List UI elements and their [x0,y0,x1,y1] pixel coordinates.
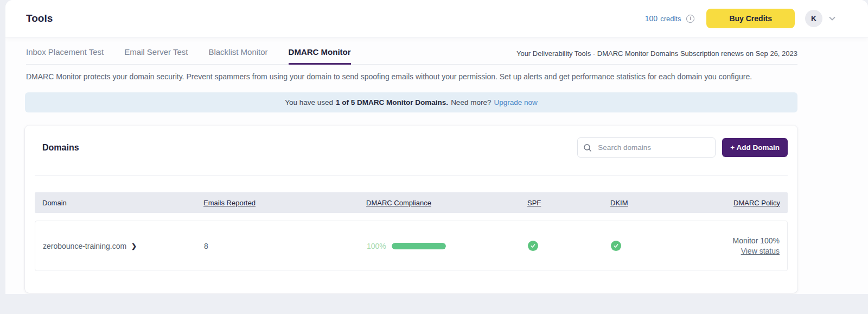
column-header-spf[interactable]: SPF [520,199,603,207]
tab-dmarc-monitor[interactable]: DMARC Monitor [289,47,351,65]
spf-cell [520,241,603,251]
credits-amount: 100 [645,14,658,23]
tabs: Inbox Placement Test Email Server Test B… [26,47,351,64]
dmarc-compliance-cell: 100% [359,242,520,250]
tab-inbox-placement-test[interactable]: Inbox Placement Test [26,47,104,65]
column-header-dmarc-policy[interactable]: DMARC Policy [719,199,788,207]
card-divider [35,175,788,176]
info-icon[interactable]: i [686,15,694,23]
subscription-note: Your Deliverability Tools - DMARC Monito… [516,49,797,64]
table-row: zerobounce-training.com ❯ 8 100% [35,221,788,271]
search-input[interactable] [597,143,710,152]
compliance-percentage: 100% [367,242,386,250]
buy-credits-button[interactable]: Buy Credits [706,9,795,28]
view-status-link[interactable]: View status [741,247,780,255]
usage-banner-prefix: You have used [285,98,333,106]
dkim-cell [603,241,720,251]
column-header-dmarc-compliance[interactable]: DMARC Compliance [359,199,520,207]
usage-banner: You have used 1 of 5 DMARC Monitor Domai… [25,92,797,112]
column-header-dkim[interactable]: DKIM [603,199,719,207]
tab-blacklist-monitor[interactable]: Blacklist Monitor [208,47,267,65]
tab-email-server-test[interactable]: Email Server Test [124,47,188,65]
top-bar: Tools 100 credits i Buy Credits K [5,0,868,37]
domains-title: Domains [42,143,79,153]
compliance-progress-bar [392,243,446,249]
spf-pass-check-icon [528,241,538,251]
column-header-emails-reported[interactable]: Emails Reported [196,199,359,207]
column-header-domain: Domain [35,199,196,207]
dkim-pass-check-icon [611,241,621,251]
compliance-progress-fill [392,243,446,249]
table-header-row: Domain Emails Reported DMARC Compliance … [35,192,788,213]
top-bar-right: 100 credits i Buy Credits K [645,9,837,28]
usage-banner-question: Need more? [451,98,491,106]
emails-reported-cell: 8 [196,242,359,250]
tab-bar: Inbox Placement Test Email Server Test B… [26,47,797,65]
chevron-right-icon: ❯ [131,242,137,250]
domains-card-actions: + Add Domain [577,137,788,158]
domains-card-header: Domains + Add Domain [25,125,797,158]
search-icon [583,143,592,152]
domain-cell[interactable]: zerobounce-training.com ❯ [35,242,196,250]
add-domain-button[interactable]: + Add Domain [722,138,788,157]
domains-card: Domains + Add Domain Domain Emails Repor… [25,125,797,293]
app-window: Tools 100 credits i Buy Credits K Inbox … [5,0,868,294]
tool-description: DMARC Monitor protects your domain secur… [26,72,797,81]
search-box[interactable] [577,137,716,158]
upgrade-now-link[interactable]: Upgrade now [494,98,537,106]
domain-name: zerobounce-training.com [43,242,126,250]
credits-label: credits [660,15,681,23]
credits-balance: 100 credits [645,14,681,23]
chevron-down-icon[interactable] [828,14,837,23]
policy-label: Monitor 100% [733,236,780,245]
dmarc-policy-cell: Monitor 100% View status [720,236,787,255]
avatar[interactable]: K [805,10,822,27]
page-title: Tools [26,12,53,24]
usage-banner-count: 1 of 5 DMARC Monitor Domains. [336,98,448,106]
